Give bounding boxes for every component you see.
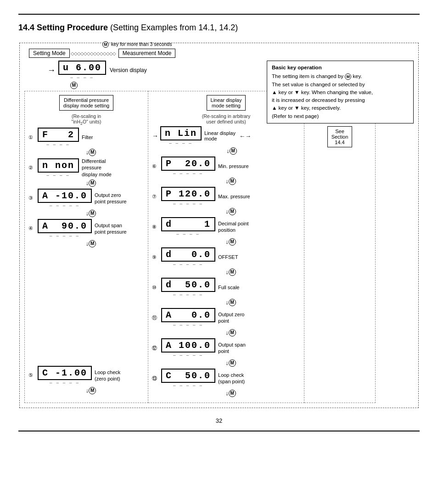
basic-key-line5: ▲ key or ▼ key, respectively. [272, 104, 409, 112]
step-3-row: ③ A -10.0 – – – – – Output zeropoint pre… [28, 189, 144, 208]
step-12-dashes: – – – – – [173, 353, 203, 358]
step-13-label: Loop check(span point) [218, 372, 245, 385]
step-2-row: ② n non – – – – Differentialpressuredisp… [28, 158, 144, 178]
step-11-row: ⑪ A 0.0 – – – – – Output zeropoint [152, 308, 300, 327]
m-below-1: ↓M [28, 149, 144, 156]
bottom-rule [18, 431, 420, 431]
step-9-wrap: d 0.0 – – – – – [161, 247, 215, 267]
linear-right-arrow: ←→ [239, 133, 251, 140]
step-9-row: ⑨ d 0.0 – – – – – OFFSET [152, 247, 300, 267]
step-4-num: ④ [28, 225, 36, 231]
m-circle-12: M [229, 359, 236, 367]
basic-key-line1: The setting item is changed by M key. [272, 73, 409, 80]
step-3-num: ③ [28, 195, 36, 201]
step-8-wrap: d 1 – – – – [161, 217, 215, 236]
m-circle-8: M [229, 238, 236, 246]
m-below-4: ↓M [28, 240, 144, 247]
basic-key-box: Basic key operation The setting item is … [267, 61, 414, 123]
step-2-lcd: n non [38, 158, 79, 173]
step-12-lcd: A 100.0 [161, 338, 215, 353]
basic-key-title: Basic key operation [272, 64, 409, 72]
step-13-lcd: C 50.0 [161, 369, 215, 383]
m-circle-1: M [89, 149, 96, 156]
step-4-wrap: A 90.0 – – – – – [38, 219, 92, 238]
left-rescale-note: (Re-scaling in"inH2O" units) [28, 113, 144, 126]
see-line3: 14.4 [335, 140, 344, 145]
step-7-dashes: – – – – – [173, 201, 203, 206]
step-12-wrap: A 100.0 – – – – – [161, 338, 215, 358]
step-10-label: Full scale [218, 284, 239, 291]
version-lcd: u 6.00 [58, 61, 106, 75]
step-9-lcd: d 0.0 [161, 247, 215, 262]
step-10-dashes: – – – – – [173, 292, 203, 297]
step-5-num: ⑤ [28, 372, 36, 378]
version-label: Version display [110, 67, 147, 73]
m-circle-linear: M [230, 147, 237, 155]
step-13-num: ⑬ [152, 375, 159, 382]
m-below-8: ↓M [152, 238, 300, 246]
see-line1: See [335, 129, 344, 134]
step-5-wrap: C -1.00 – – – – – [38, 366, 92, 385]
diagram-container: M key for more than 3 seconds Setting Mo… [19, 43, 419, 408]
step-9-num: ⑨ [152, 254, 159, 260]
m-below-13: ↓M [152, 390, 300, 397]
m-key-note-text: key for more than 3 seconds [111, 41, 172, 47]
step-6-row: ⑥ P 20.0 – – – – – Min. pressure [152, 157, 300, 176]
step-10-row: ⑩ d 50.0 – – – – – Full scale [152, 278, 300, 297]
m-circle-11: M [229, 329, 236, 336]
step-6-lcd: P 20.0 [161, 157, 215, 171]
step-5-lcd: C -1.00 [38, 366, 92, 380]
m-circle-5: M [89, 387, 96, 394]
m-below-11: ↓M [152, 329, 300, 336]
step-4-row: ④ A 90.0 – – – – – Output spanpoint pres… [28, 219, 144, 238]
page-number: 32 [18, 417, 420, 424]
basic-key-line2: The set value is changed or selected by [272, 81, 409, 89]
step-8-row: ⑧ d 1 – – – – Decimal pointposition [152, 217, 300, 236]
see-section-box: See Section 14.4 [327, 126, 353, 147]
step-8-lcd: d 1 [161, 217, 215, 231]
step-2-dashes: – – – – [46, 173, 70, 178]
m-circle-7: M [229, 208, 236, 215]
step-1-num: ① [28, 134, 36, 140]
step-3-lcd: A -10.0 [38, 189, 92, 203]
setting-mode-box: Setting Mode [29, 49, 70, 58]
step-11-num: ⑪ [152, 314, 159, 321]
step-11-dashes: – – – – – [173, 322, 203, 327]
m-below-9: ↓M [152, 269, 300, 276]
step-13-wrap: C 50.0 – – – – – [161, 369, 215, 388]
step-6-wrap: P 20.0 – – – – – [161, 157, 215, 176]
step-9-dashes: – – – – – [173, 262, 203, 267]
step-13-dashes: – – – – – [173, 383, 203, 388]
m-below-3: ↓M [28, 210, 144, 217]
step-2-num: ② [28, 165, 36, 171]
linear-dashes: – – – – [169, 140, 193, 146]
m-icon-key: M [345, 73, 351, 80]
m-circle-2: M [89, 179, 96, 187]
step-13-row: ⑬ C 50.0 – – – – – Loop check(span point… [152, 369, 300, 388]
step-2-wrap: n non – – – – [38, 158, 79, 178]
step-3-dashes: – – – – – [50, 203, 80, 208]
step-4-label: Output spanpoint pressure [95, 222, 127, 235]
basic-key-line3: ▲ key or ▼ key. When changing the value, [272, 89, 409, 96]
linear-lcd-wrap: n Lin – – – – [160, 126, 202, 146]
step-5-dashes: – – – – – [50, 380, 80, 385]
version-dashes: – – – – [70, 75, 94, 80]
page: 14.4 Setting Procedure (Setting Examples… [0, 0, 438, 504]
step-7-num: ⑦ [152, 194, 159, 200]
step-6-num: ⑥ [152, 163, 159, 169]
step-6-dashes: – – – – – [173, 171, 203, 176]
linear-display-mode-row: → n Lin – – – – Linear displaymode ←→ [152, 126, 300, 146]
m-circle-3: M [89, 210, 96, 217]
step-8-dashes: – – – – [176, 231, 200, 236]
page-title: 14.4 Setting Procedure (Setting Examples… [18, 23, 420, 33]
title-normal: (Setting Examples from 14.1, 14.2) [108, 23, 238, 32]
basic-key-line4: it is increased or decreased by pressing [272, 96, 409, 104]
m-below-6: ↓M [152, 178, 300, 185]
step-1-lcd: F 2 [38, 128, 79, 142]
step-10-lcd: d 50.0 [161, 278, 215, 292]
step-12-row: ⑫ A 100.0 – – – – – Output spanpoint [152, 338, 300, 358]
step-10-num: ⑩ [152, 285, 159, 291]
basic-key-line6: (Refer to next page) [272, 112, 409, 120]
basic-key-area: Basic key operation The setting item is … [262, 61, 414, 123]
linear-left-arrow: → [152, 132, 158, 140]
